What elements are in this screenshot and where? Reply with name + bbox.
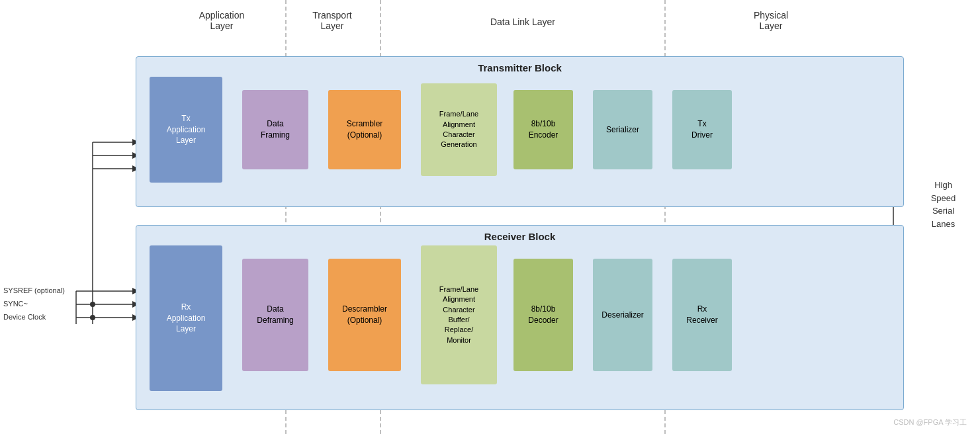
svg-point-14 (90, 302, 95, 307)
deserializer-box: Deserializer (593, 259, 652, 371)
rx-application-layer-box: RxApplicationLayer (150, 245, 222, 391)
main-container: ApplicationLayer TransportLayer Data Lin… (0, 0, 980, 434)
encoder-box: 8b/10bEncoder (513, 90, 573, 169)
receiver-block: Receiver Block RxApplicationLayer DataDe… (136, 225, 904, 410)
sysref-label: SYSREF (optional) (3, 284, 65, 298)
sync-label: SYNC~ (3, 298, 65, 311)
application-layer-label: ApplicationLayer (172, 10, 271, 31)
svg-point-17 (90, 315, 95, 320)
signal-labels: SYSREF (optional) SYNC~ Device Clock (3, 284, 65, 324)
frame-lane-rx-box: Frame/LaneAlignmentCharacterBuffer/Repla… (421, 245, 497, 384)
transport-layer-label: TransportLayer (286, 10, 379, 31)
hssl-label: HighSpeedSerialLanes (912, 179, 975, 230)
descrambler-box: Descrambler(Optional) (328, 259, 401, 371)
data-framing-box: DataFraming (242, 90, 308, 169)
rx-receiver-box: RxReceiver (672, 259, 732, 371)
datalink-layer-label: Data Link Layer (380, 17, 665, 27)
frame-lane-tx-box: Frame/LaneAlignmentCharacterGeneration (421, 83, 497, 176)
receiver-title: Receiver Block (136, 226, 903, 245)
serializer-box: Serializer (593, 90, 652, 169)
data-deframing-box: DataDeframing (242, 259, 308, 371)
device-clock-label: Device Clock (3, 311, 65, 324)
transmitter-block: Transmitter Block TxApplicationLayer Dat… (136, 56, 904, 207)
scrambler-box: Scrambler(Optional) (328, 90, 401, 169)
decoder-box: 8b/10bDecoder (513, 259, 573, 371)
watermark: CSDN @FPGA 学习工 (893, 417, 967, 427)
physical-layer-label: PhysicalLayer (665, 10, 877, 31)
tx-driver-box: TxDriver (672, 90, 732, 169)
transmitter-title: Transmitter Block (136, 57, 903, 76)
tx-application-layer-box: TxApplicationLayer (150, 77, 222, 183)
